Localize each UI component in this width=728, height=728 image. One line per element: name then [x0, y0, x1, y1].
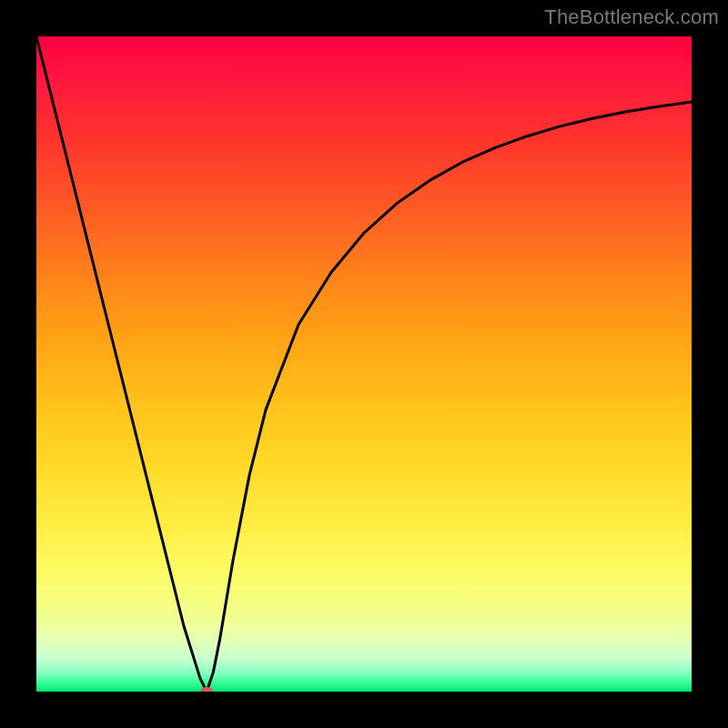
bottleneck-curve — [36, 36, 692, 692]
curve-layer — [36, 36, 692, 692]
plot-area — [36, 36, 692, 692]
watermark-text: TheBottleneck.com — [544, 5, 719, 29]
chart-frame: TheBottleneck.com — [0, 0, 728, 728]
minimum-marker — [200, 687, 213, 692]
